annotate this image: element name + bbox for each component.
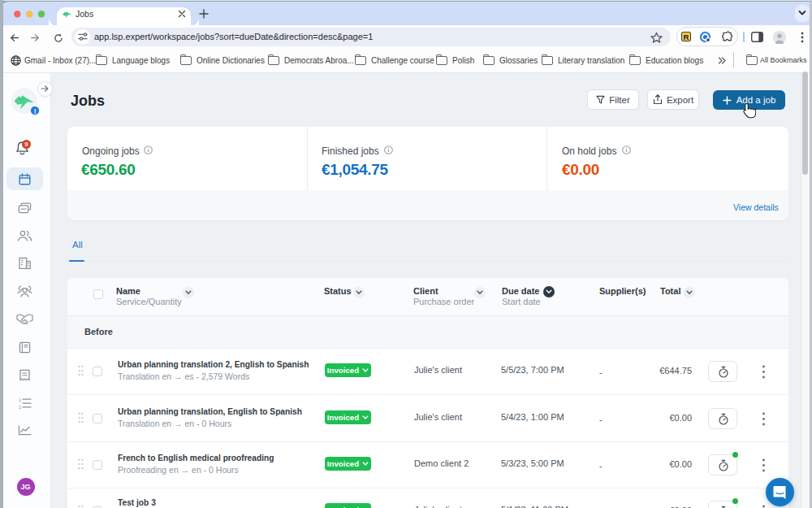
svg-text:2: 2 [19,405,21,410]
svg-text:1: 1 [19,397,21,402]
